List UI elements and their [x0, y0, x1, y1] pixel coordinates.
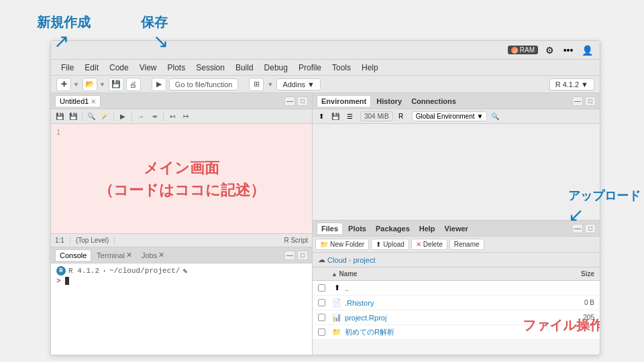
editor-tab-close[interactable]: ✕ — [91, 98, 96, 105]
back-button[interactable]: ▶ — [152, 78, 166, 91]
file-row-rhistory[interactable]: 📄 .Rhistory 0 B — [313, 296, 600, 310]
new-file-button[interactable]: ✚ — [56, 78, 71, 91]
console-content[interactable]: R R 4.1.2 · ~/cloud/project/ ✎ > — [51, 263, 312, 355]
toolbar-sep-2 — [113, 112, 114, 121]
r-badge: R — [56, 266, 66, 276]
r-version-selector[interactable]: R 4.1.2 ▼ — [549, 78, 594, 90]
rename-button[interactable]: Rename — [449, 239, 484, 250]
menu-tools[interactable]: Tools — [327, 62, 356, 74]
tab-viewer[interactable]: Viewer — [441, 223, 472, 234]
open-button[interactable]: 📂 — [83, 78, 97, 91]
editor-content[interactable]: 1 メイン画面 （コードはココに記述） — [51, 124, 312, 233]
menu-build[interactable]: Build — [231, 62, 258, 74]
breadcrumb-sep: › — [349, 256, 352, 264]
tab-plots[interactable]: Plots — [344, 223, 370, 234]
checkbox-rhistory[interactable] — [318, 299, 325, 306]
files-header: ▲ Name Size — [313, 267, 600, 281]
tab-console[interactable]: Console — [55, 249, 91, 261]
file-name-rhistory[interactable]: .Rhistory — [345, 299, 554, 307]
file-check-folder[interactable] — [318, 328, 331, 336]
tab-jobs[interactable]: Jobs ✕ — [138, 249, 168, 261]
console-minimize-btn[interactable]: — — [284, 251, 295, 260]
checkbox-rproj[interactable] — [318, 314, 325, 321]
file-check-parent[interactable] — [318, 284, 331, 292]
delete-button[interactable]: ✕ Delete — [411, 239, 447, 250]
checkbox-folder[interactable] — [318, 328, 325, 336]
file-name-parent[interactable]: .. — [345, 284, 554, 292]
env-save-btn[interactable]: 💾 — [329, 111, 341, 122]
menu-edit[interactable]: Edit — [80, 62, 103, 74]
env-import-btn[interactable]: ⬆ — [315, 111, 327, 122]
console-pane: Console Terminal ✕ Jobs ✕ — □ R R — [51, 247, 312, 355]
breadcrumb-cloud[interactable]: Cloud — [327, 256, 347, 264]
toolbar-sep-4 — [163, 112, 164, 121]
editor-more1-btn[interactable]: ▶ — [117, 111, 129, 122]
files-name-col[interactable]: ▲ Name — [331, 270, 554, 278]
folder-icon: 📁 — [320, 241, 328, 248]
breadcrumb: ☁ Cloud › project — [313, 253, 600, 267]
env-maximize-btn[interactable]: □ — [585, 97, 596, 106]
menu-session[interactable]: Session — [191, 62, 229, 74]
tab-environment[interactable]: Environment — [317, 95, 371, 107]
top-toolbar: RAM ⚙ ••• 👤 — [51, 41, 600, 60]
global-env-select[interactable]: Global Environment ▼ — [412, 111, 488, 121]
menu-plots[interactable]: Plots — [163, 62, 191, 74]
console-edit-icon: ✎ — [182, 267, 187, 276]
files-size-col[interactable]: Size — [554, 270, 594, 278]
menu-file[interactable]: File — [56, 62, 78, 74]
env-minimize-btn[interactable]: — — [572, 97, 583, 106]
jobs-close[interactable]: ✕ — [158, 251, 164, 259]
ellipsis-icon[interactable]: ••• — [561, 43, 576, 58]
rhistory-icon: 📄 — [331, 298, 342, 308]
menu-help[interactable]: Help — [357, 62, 383, 74]
menu-debug[interactable]: Debug — [260, 62, 292, 74]
menu-profile[interactable]: Profile — [294, 62, 326, 74]
print-button[interactable]: 🖨 — [126, 78, 141, 91]
editor-next-btn[interactable]: ↦ — [180, 111, 192, 122]
console-prompt-line[interactable]: > — [56, 277, 307, 285]
ram-badge[interactable]: RAM — [508, 46, 538, 54]
editor-minimize-btn[interactable]: — — [284, 97, 295, 106]
user-icon[interactable]: 👤 — [580, 43, 594, 58]
statusbar-sep — [70, 237, 70, 245]
save-button[interactable]: 💾 — [109, 78, 123, 91]
editor-prev-btn[interactable]: ↤ — [166, 111, 178, 122]
checkbox-parent[interactable] — [318, 284, 325, 292]
env-r-icon: R — [395, 111, 407, 122]
editor-maximize-btn[interactable]: □ — [297, 97, 308, 106]
editor-save-all-btn[interactable]: 💾 — [67, 111, 79, 122]
gear-icon[interactable]: ⚙ — [542, 43, 557, 58]
menu-view[interactable]: View — [135, 62, 162, 74]
editor-pane: Untitled1 ✕ — □ 💾 💾 🔍 🪄 ▶ — [51, 93, 312, 247]
editor-tab-untitled1[interactable]: Untitled1 ✕ — [55, 95, 101, 107]
console-maximize-btn[interactable]: □ — [297, 251, 308, 260]
grid-button[interactable]: ⊞ — [249, 78, 264, 91]
tab-history[interactable]: History — [372, 96, 406, 107]
editor-run-all-btn[interactable]: ↠ — [148, 111, 160, 122]
file-check-rhistory[interactable] — [318, 299, 331, 306]
env-search-btn[interactable]: 🔍 — [489, 111, 501, 122]
menu-code[interactable]: Code — [105, 62, 133, 74]
tab-packages[interactable]: Packages — [372, 223, 414, 234]
addins-button[interactable]: Addins ▼ — [276, 78, 321, 90]
tab-files[interactable]: Files — [317, 223, 343, 234]
statusbar-position: 1:1 — [55, 237, 64, 244]
breadcrumb-project[interactable]: project — [353, 256, 375, 264]
tab-help[interactable]: Help — [415, 223, 439, 234]
editor-search-btn[interactable]: 🔍 — [85, 111, 97, 122]
env-list-btn[interactable]: ☰ — [343, 111, 356, 122]
new-folder-button[interactable]: 📁 New Folder — [315, 239, 369, 250]
editor-save-btn[interactable]: 💾 — [54, 111, 66, 122]
editor-wand-btn[interactable]: 🪄 — [99, 111, 111, 122]
editor-run-btn[interactable]: → — [135, 111, 147, 122]
file-check-rproj[interactable] — [318, 314, 331, 321]
env-pane-icons: — □ — [572, 97, 596, 106]
editor-tab-label: Untitled1 — [60, 97, 89, 105]
upload-button[interactable]: ⬆ Upload — [371, 239, 409, 250]
file-row-parent[interactable]: ⬆ .. — [313, 281, 600, 296]
terminal-close[interactable]: ✕ — [126, 251, 132, 259]
tab-terminal[interactable]: Terminal ✕ — [93, 249, 136, 261]
file-size-rhistory: 0 B — [554, 299, 594, 306]
tab-connections[interactable]: Connections — [407, 96, 460, 107]
goto-input[interactable]: Go to file/function — [169, 78, 239, 90]
